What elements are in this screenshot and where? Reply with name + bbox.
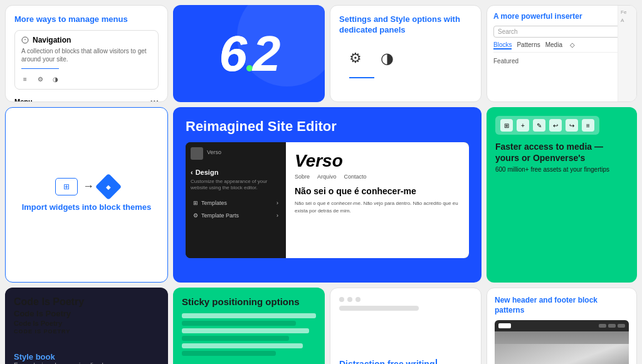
templates-icon: ⊞	[193, 200, 198, 206]
tab-media[interactable]: Media	[545, 41, 562, 49]
poetry-md: Code Is Poetry	[14, 320, 87, 327]
menu-template-parts[interactable]: ⚙ Template Parts ›	[191, 209, 281, 222]
stylebook-title: Style book	[14, 352, 159, 361]
site-editor-preview: Verso Sobre Arquivo Contacto Não sei o q…	[286, 142, 469, 258]
card-site-editor: Reimagined Site Editor Verso ‹ Design Cu…	[173, 107, 482, 283]
card-settings: Settings and Style options with dedicate…	[330, 5, 482, 102]
site-editor-inner: Verso ‹ Design Customize the appearance …	[186, 142, 469, 258]
hf-nav-2	[608, 324, 616, 328]
settings-icons-row: ⚙ ◑	[339, 44, 472, 72]
preview-brand: Verso	[295, 151, 460, 171]
inserter-right-panel: Fe A	[618, 6, 636, 101]
inserter-tabs: Blocks Patterns Media ◇	[493, 41, 630, 53]
version-2: 2	[253, 25, 279, 83]
hf-preview	[495, 320, 629, 364]
sticky-line-2	[182, 321, 296, 326]
hf-logo	[498, 323, 511, 328]
featured-label: Featured	[493, 58, 518, 65]
widgets-title: Import widgets into block themes	[22, 202, 152, 213]
preview-body: Não sei o que é conhecer-me. Não vejo pa…	[295, 200, 460, 215]
sticky-line-3	[182, 328, 309, 333]
poetry-xl: Code Is Poetry	[14, 296, 87, 308]
hf-image	[495, 331, 629, 364]
right-a: A	[621, 18, 634, 23]
nav-lines-icon: ≡	[21, 74, 29, 84]
stylebook-desc: Every design change, visualized	[14, 361, 159, 364]
templates-left: ⊞ Templates	[193, 200, 227, 206]
media-desc: 600 million+ free assets at your fingert…	[495, 166, 628, 173]
nav-contrast-icon: ◑	[51, 74, 59, 84]
widget-arrow-icon: →	[83, 180, 94, 193]
distraction-label: Distraction free writing	[339, 359, 434, 364]
card-media: ⊞ + ✎ ↩ ↪ ≡ Faster access to media — you…	[487, 107, 637, 283]
tab-blocks[interactable]: Blocks	[493, 41, 512, 49]
design-label: Design	[196, 169, 219, 176]
dot-2	[347, 297, 352, 302]
settings-contrast-icon: ◑	[381, 49, 394, 67]
site-editor-sidebar: Verso ‹ Design Customize the appearance …	[186, 142, 286, 258]
settings-gear-icon: ⚙	[349, 50, 362, 66]
nav-sobre: Sobre	[295, 174, 310, 180]
menu-templates[interactable]: ⊞ Templates ›	[191, 197, 281, 209]
poetry-column: Code Is Poetry Code Is Poetry Code Is Po…	[14, 296, 87, 335]
back-chevron: ‹	[191, 169, 193, 176]
sidebar-desc: Customize the appearance of your website…	[191, 179, 281, 192]
cursor	[436, 359, 437, 364]
dot-3	[355, 297, 360, 302]
settings-title: Settings and Style options with dedicate…	[339, 14, 472, 36]
media-toolbar: ⊞ + ✎ ↩ ↪ ≡	[495, 116, 599, 135]
nav-icons: ≡ ⚙ ◑	[21, 68, 59, 84]
dot-1	[339, 297, 344, 302]
sidebar-back[interactable]: ‹ Design	[191, 169, 281, 176]
version-6: 6	[219, 25, 246, 83]
toolbar-redo-icon: ↪	[566, 119, 578, 132]
tab-widget-icon: ◇	[570, 41, 575, 49]
hf-header-bar	[495, 320, 629, 331]
tab-patterns[interactable]: Patterns	[517, 41, 540, 49]
nav-gear-icon: ⚙	[36, 74, 44, 84]
preview-nav: Sobre Arquivo Contacto	[295, 174, 460, 180]
nav-contacto: Contacto	[344, 174, 367, 180]
widget-diamond-icon: ◆	[95, 173, 122, 199]
card-sticky: Sticky positioning options	[173, 288, 325, 364]
nav-arquivo: Arquivo	[317, 174, 337, 180]
inserter-title: A more powerful inserter	[493, 12, 630, 21]
menu-dots[interactable]: ⋯	[150, 96, 159, 102]
nav-label-text: Navigation	[33, 36, 71, 44]
toolbar-plus-icon: +	[517, 119, 529, 132]
sticky-lines	[182, 313, 316, 356]
template-parts-chevron: ›	[276, 212, 278, 219]
sticky-line-4	[182, 336, 289, 341]
card-distraction: Distraction free writing	[330, 288, 482, 364]
nav-desc: A collection of blocks that allow visito…	[21, 47, 152, 63]
card-inserter: A more powerful inserter Search 🔍 Blocks…	[487, 5, 637, 102]
sticky-line-1	[182, 313, 316, 318]
hf-nav	[599, 324, 625, 328]
hf-nav-1	[599, 324, 606, 328]
settings-divider	[349, 77, 374, 78]
inserter-featured: Featured ›	[493, 55, 630, 67]
sidebar-logo	[191, 147, 203, 160]
template-parts-label: Template Parts	[201, 212, 239, 219]
menu-header: Menu ⋯	[14, 95, 159, 102]
distraction-bar	[339, 306, 419, 311]
hf-title: New header and footer block patterns	[495, 296, 629, 315]
templates-label: Templates	[201, 200, 227, 206]
inserter-search[interactable]: Search 🔍	[493, 26, 630, 38]
menus-title: More ways to manage menus	[14, 14, 159, 24]
poetry-sm: CODE IS POETRY	[14, 328, 87, 335]
main-grid: More ways to manage menus Navigation A c…	[0, 0, 642, 364]
template-parts-left: ⚙ Template Parts	[193, 212, 239, 219]
toolbar-grid-icon: ⊞	[500, 119, 513, 132]
toolbar-undo-icon: ↩	[549, 119, 562, 132]
widgets-icons: ⊞ → ◆	[55, 177, 118, 196]
distraction-top	[339, 297, 472, 311]
menu-section: Menu ⋯ Home › About	[14, 95, 159, 102]
menu-label: Menu	[14, 98, 33, 102]
sticky-title: Sticky positioning options	[182, 296, 316, 307]
nav-label: Navigation	[21, 36, 152, 44]
sidebar-site-name: Verso	[207, 149, 221, 155]
toolbar-pencil-icon: ✎	[533, 119, 545, 132]
site-editor-title: Reimagined Site Editor	[186, 118, 469, 135]
distraction-dots	[339, 297, 472, 302]
